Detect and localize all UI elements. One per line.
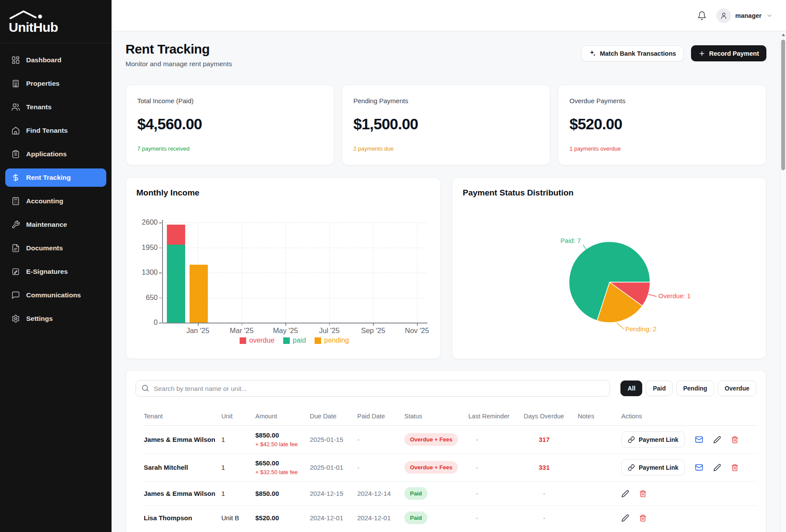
sidebar-item-tenants[interactable]: Tenants — [5, 98, 106, 116]
scrollbar-track[interactable] — [780, 32, 786, 532]
last-reminder: - — [468, 514, 486, 522]
sidebar-item-dashboard[interactable]: Dashboard — [5, 51, 106, 69]
actions-cell: Payment Link — [621, 431, 754, 448]
payment-link-button[interactable]: Payment Link — [621, 459, 685, 475]
pie-label: Pending: 2 — [625, 325, 657, 333]
dollar-icon — [11, 173, 20, 182]
payment-link-button[interactable]: Payment Link — [621, 431, 685, 448]
unit-cell: 1 — [221, 426, 255, 454]
legend-item-pending[interactable]: pending — [315, 337, 349, 344]
stat-value: $4,560.00 — [137, 115, 322, 133]
sidebar-nav: DashboardPropertiesTenantsFind TenantsAp… — [0, 43, 112, 341]
notes-cell — [578, 506, 621, 530]
sidebar-item-accounting[interactable]: Accounting — [5, 192, 106, 210]
gear-icon — [11, 314, 20, 323]
column-header-amount: Amount — [255, 407, 310, 426]
filter-all[interactable]: All — [620, 380, 642, 396]
legend-item-paid[interactable]: paid — [283, 337, 306, 344]
dashboard-icon — [11, 56, 20, 64]
send-reminder-email-icon[interactable] — [695, 463, 703, 471]
chat-icon — [11, 291, 20, 300]
delete-payment-icon[interactable] — [639, 514, 647, 522]
edit-payment-icon[interactable] — [713, 464, 721, 471]
sidebar-item-documents[interactable]: Documents — [5, 239, 106, 257]
sidebar-item-rent-tracking[interactable]: Rent Tracking — [5, 168, 106, 187]
y-axis-tick: 1950 — [133, 243, 158, 252]
user-name: manager — [735, 12, 762, 19]
column-header-days-overdue: Days Overdue — [524, 407, 578, 426]
search-input[interactable] — [136, 380, 610, 397]
sidebar-item-applications[interactable]: Applications — [5, 145, 106, 163]
record-payment-button[interactable]: Record Payment — [691, 45, 766, 61]
sidebar-item-properties[interactable]: Properties — [5, 74, 106, 93]
pie-label: Paid: 7 — [560, 237, 581, 244]
bar-segment-pending[interactable] — [190, 265, 208, 323]
sidebar-item-label: Find Tenants — [26, 127, 68, 135]
column-header-due-date: Due Date — [310, 407, 357, 426]
sidebar-item-e-signatures[interactable]: E-Signatures — [5, 263, 106, 281]
payment-status-chart-card: Payment Status Distribution Paid: 7Overd… — [452, 177, 766, 359]
legend-item-overdue[interactable]: overdue — [240, 337, 274, 344]
sidebar-item-label: E-Signatures — [26, 268, 68, 276]
edit-payment-icon[interactable] — [621, 514, 629, 522]
topbar: manager — [112, 0, 786, 31]
chevron-down-icon — [766, 12, 773, 19]
filter-overdue[interactable]: Overdue — [718, 380, 756, 396]
y-axis-tick: 0 — [133, 318, 158, 327]
stat-card: Pending Payments$1,500.002 payments due — [342, 84, 550, 165]
sidebar-item-label: Dashboard — [26, 56, 61, 64]
sidebar-item-communications[interactable]: Communications — [5, 286, 106, 304]
sidebar-item-label: Rent Tracking — [26, 174, 71, 182]
search-icon — [141, 384, 149, 392]
delete-payment-icon[interactable] — [639, 490, 647, 498]
status-badge: Overdue + Fees — [404, 461, 458, 474]
tenant-name: Sarah Mitchell — [144, 464, 218, 471]
sidebar-item-maintenance[interactable]: Maintenance — [5, 215, 106, 234]
sidebar-item-find-tenants[interactable]: Find Tenants — [5, 121, 106, 140]
unit-cell: 1 — [221, 454, 255, 481]
x-axis-tick: Nov '25 — [397, 327, 437, 335]
column-header-tenant: Tenant — [144, 407, 221, 426]
users-icon — [11, 103, 20, 111]
monthly-income-chart-card: Monthly Income Jan '25Mar '25May '25Jul … — [125, 177, 441, 359]
calculator-icon — [11, 197, 20, 205]
notes-cell — [578, 481, 621, 506]
stat-label: Total Income (Paid) — [137, 97, 322, 104]
amount: $850.00 — [255, 431, 306, 439]
x-axis-tick: Sep '25 — [353, 327, 393, 335]
edit-payment-icon[interactable] — [621, 490, 629, 498]
filter-paid[interactable]: Paid — [646, 380, 673, 396]
user-menu[interactable]: manager — [716, 8, 773, 23]
bar-segment-paid[interactable] — [167, 245, 185, 323]
filter-pending[interactable]: Pending — [676, 380, 714, 396]
logo[interactable]: UnitHub — [0, 0, 112, 43]
tenant-name: James & Emma Wilson — [144, 490, 218, 497]
main-content: Rent Tracking Monitor and manage rent pa… — [112, 31, 780, 532]
logo-roof-icon — [9, 10, 74, 20]
y-axis-tick: 1300 — [133, 268, 158, 276]
logo-text: UnitHub — [9, 20, 58, 35]
days-overdue: - — [524, 514, 565, 522]
notification-bell-icon[interactable] — [697, 11, 707, 20]
due-date: 2025-01-01 — [310, 454, 357, 481]
sidebar-item-settings[interactable]: Settings — [5, 310, 106, 328]
wrench-icon — [11, 220, 20, 229]
match-bank-transactions-button[interactable]: Match Bank Transactions — [581, 45, 684, 61]
delete-payment-icon[interactable] — [731, 464, 739, 471]
home-icon — [11, 126, 20, 135]
search-box — [136, 380, 610, 397]
amount: $520.00 — [255, 514, 306, 522]
app-window: UnitHub DashboardPropertiesTenantsFind T… — [0, 0, 786, 532]
delete-payment-icon[interactable] — [731, 436, 739, 444]
actions-cell — [621, 514, 754, 522]
amount: $850.00 — [255, 490, 306, 497]
edit-payment-icon[interactable] — [713, 436, 721, 444]
scrollbar-up-arrow[interactable] — [782, 34, 785, 36]
bar-segment-overdue[interactable] — [167, 225, 185, 245]
due-date: 2024-12-01 — [310, 506, 357, 530]
send-reminder-email-icon[interactable] — [695, 435, 703, 444]
scrollbar-thumb[interactable] — [781, 40, 785, 170]
x-axis-tick: Mar '25 — [222, 327, 261, 335]
paid-date: 2024-12-01 — [357, 506, 404, 530]
x-axis-tick: Jan '25 — [178, 327, 217, 335]
